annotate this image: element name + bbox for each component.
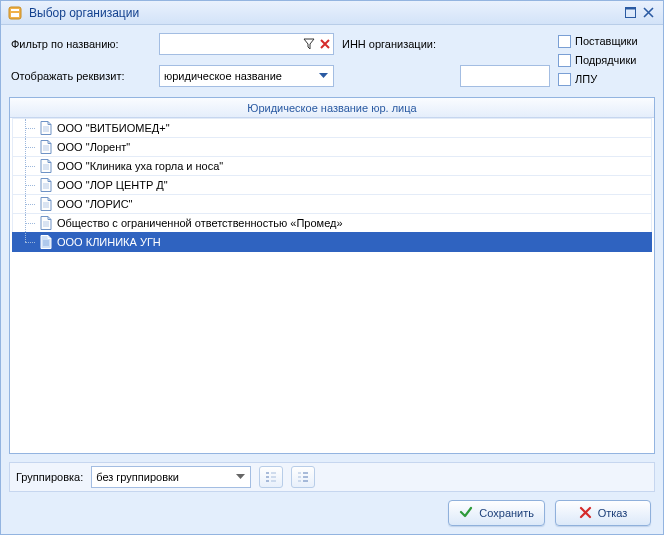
table-row[interactable]: ООО КЛИНИКА УГН — [12, 232, 652, 252]
tree-connector — [17, 195, 39, 213]
cancel-button-label: Отказ — [598, 507, 628, 519]
combo-grouping[interactable]: без группировки — [91, 466, 251, 488]
row-label: ООО "ЛОР ЦЕНТР Д" — [57, 179, 168, 191]
document-icon — [39, 216, 53, 230]
x-icon — [579, 506, 592, 521]
clear-filter-icon[interactable] — [318, 37, 332, 51]
tree-connector — [17, 176, 39, 194]
label-suppliers: Поставщики — [575, 35, 638, 47]
combo-grouping-value: без группировки — [96, 471, 179, 483]
org-grid: Юридическое название юр. лица ООО "ВИТБИ… — [9, 97, 655, 454]
window-title: Выбор организации — [29, 6, 139, 20]
label-contractors: Подрядчики — [575, 54, 636, 66]
table-row[interactable]: Общество с ограниченной ответственностью… — [12, 213, 652, 233]
combo-show-prop-value: юридическое название — [164, 70, 282, 82]
filter-funnel-icon[interactable] — [302, 37, 316, 51]
label-show-prop: Отображать реквизит: — [11, 70, 151, 82]
checkbox-lpu[interactable] — [558, 73, 571, 86]
check-icon — [459, 505, 473, 521]
svg-rect-4 — [625, 8, 635, 10]
label-lpu: ЛПУ — [575, 73, 597, 85]
label-inn: ИНН организации: — [342, 38, 452, 50]
collapse-all-button[interactable] — [291, 466, 315, 488]
tree-connector — [17, 138, 39, 156]
table-row[interactable]: ООО "ЛОР ЦЕНТР Д" — [12, 175, 652, 195]
tree-connector — [17, 157, 39, 175]
document-icon — [39, 159, 53, 173]
cancel-button[interactable]: Отказ — [555, 500, 651, 526]
svg-rect-2 — [11, 13, 19, 17]
tree-connector — [17, 214, 39, 232]
row-label: Общество с ограниченной ответственностью… — [57, 217, 343, 229]
button-bar: Сохранить Отказ — [1, 492, 663, 534]
table-row[interactable]: ООО "Лорент" — [12, 137, 652, 157]
row-label: ООО КЛИНИКА УГН — [57, 236, 161, 248]
combo-show-prop[interactable]: юридическое название — [159, 65, 334, 87]
row-label: ООО "Клиника уха горла и носа" — [57, 160, 223, 172]
org-type-checks: Поставщики Подрядчики ЛПУ — [558, 35, 664, 86]
document-icon — [39, 140, 53, 154]
chevron-down-icon — [232, 469, 248, 485]
table-row[interactable]: ООО "ВИТБИОМЕД+" — [12, 118, 652, 138]
chevron-down-icon — [315, 68, 331, 84]
checkbox-contractors[interactable] — [558, 54, 571, 67]
checkbox-suppliers[interactable] — [558, 35, 571, 48]
grid-body: ООО "ВИТБИОМЕД+"ООО "Лорент"ООО "Клиника… — [10, 118, 654, 453]
tree-connector — [17, 233, 39, 251]
label-grouping: Группировка: — [16, 471, 83, 483]
filter-panel: Фильтр по названию: ИНН организации: Пос… — [1, 25, 663, 93]
inn-input[interactable] — [460, 65, 550, 87]
save-button[interactable]: Сохранить — [448, 500, 545, 526]
dialog-window: Выбор организации Фильтр по названию: ИН… — [0, 0, 664, 535]
maximize-icon[interactable] — [621, 5, 639, 21]
grouping-bar: Группировка: без группировки — [9, 462, 655, 492]
label-filter-name: Фильтр по названию: — [11, 38, 151, 50]
titlebar: Выбор организации — [1, 1, 663, 25]
tree-connector — [17, 119, 39, 137]
row-label: ООО "ВИТБИОМЕД+" — [57, 122, 170, 134]
document-icon — [39, 178, 53, 192]
row-label: ООО "Лорент" — [57, 141, 130, 153]
document-icon — [39, 235, 53, 249]
grid-col-header[interactable]: Юридическое название юр. лица — [10, 98, 654, 118]
close-icon[interactable] — [639, 5, 657, 21]
row-label: ООО "ЛОРИС" — [57, 198, 133, 210]
filter-name-wrap — [159, 33, 334, 55]
document-icon — [39, 121, 53, 135]
table-row[interactable]: ООО "Клиника уха горла и носа" — [12, 156, 652, 176]
save-button-label: Сохранить — [479, 507, 534, 519]
svg-rect-1 — [11, 9, 19, 11]
app-icon — [7, 5, 23, 21]
expand-all-button[interactable] — [259, 466, 283, 488]
table-row[interactable]: ООО "ЛОРИС" — [12, 194, 652, 214]
document-icon — [39, 197, 53, 211]
